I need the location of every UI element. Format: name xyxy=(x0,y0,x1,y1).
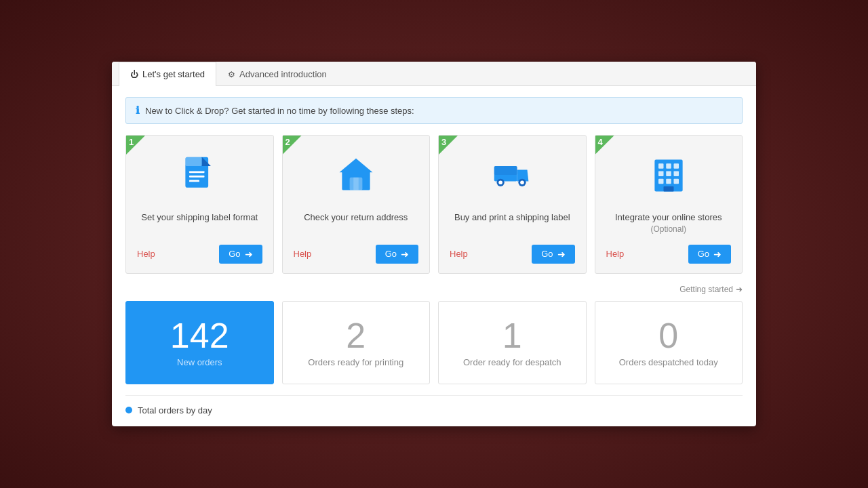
stat-despatched-today-value: 0 xyxy=(658,318,678,353)
step-1-footer: Help Go ➜ xyxy=(137,245,262,264)
stats-grid: 142 New orders 2 Orders ready for printi… xyxy=(125,301,743,384)
truck-icon xyxy=(492,155,532,203)
step-1-help[interactable]: Help xyxy=(137,249,155,259)
getting-started-label: Getting started xyxy=(679,285,733,294)
svg-rect-15 xyxy=(494,166,517,175)
step-badge-1: 1 xyxy=(126,136,145,155)
step-card-4: 4 xyxy=(595,135,743,274)
stat-card-new-orders: 142 New orders xyxy=(125,301,274,384)
svg-rect-24 xyxy=(666,179,671,184)
step-card-3: 3 Buy and print a shipping label xyxy=(438,135,587,274)
step-4-optional: (Optional) xyxy=(615,224,722,235)
info-icon: ℹ xyxy=(136,104,140,117)
step-2-go-button[interactable]: Go ➜ xyxy=(376,245,418,264)
step-4-footer: Help Go ➜ xyxy=(606,245,732,264)
step-3-help[interactable]: Help xyxy=(450,249,468,259)
stat-ready-printing-value: 2 xyxy=(346,318,366,353)
tab-advanced-label: Advanced introduction xyxy=(239,69,327,79)
step-3-go-button[interactable]: Go ➜ xyxy=(532,245,574,264)
svg-rect-18 xyxy=(666,163,671,169)
step-4-help[interactable]: Help xyxy=(606,249,625,259)
info-banner-text: New to Click & Drop? Get started in no t… xyxy=(145,106,414,116)
svg-point-12 xyxy=(499,180,503,184)
stat-ready-despatch-value: 1 xyxy=(502,318,522,353)
step-2-title: Check your return address xyxy=(304,211,408,224)
svg-rect-4 xyxy=(189,176,205,178)
step-badge-3: 3 xyxy=(439,136,458,155)
getting-started-link[interactable]: Getting started ➜ xyxy=(679,285,743,294)
steps-grid: 1 Set your shipping label format Help xyxy=(125,135,743,274)
chart-dot xyxy=(125,407,132,413)
svg-marker-6 xyxy=(339,159,372,173)
getting-started-arrow: ➜ xyxy=(736,285,743,294)
svg-rect-3 xyxy=(189,171,205,173)
stat-new-orders-label: New orders xyxy=(177,357,222,367)
getting-started-bar: Getting started ➜ xyxy=(125,285,743,294)
step-1-go-button[interactable]: Go ➜ xyxy=(219,245,262,264)
tab-get-started[interactable]: ⏻ Let's get started xyxy=(119,62,216,86)
go-arrow-icon-4: ➜ xyxy=(713,249,722,260)
svg-rect-26 xyxy=(663,186,673,192)
building-icon xyxy=(648,155,689,203)
chart-label: Total orders by day xyxy=(138,405,212,415)
svg-point-14 xyxy=(520,180,524,184)
svg-rect-25 xyxy=(673,179,679,184)
step-4-go-button[interactable]: Go ➜ xyxy=(688,245,731,264)
svg-rect-23 xyxy=(658,179,664,184)
go-arrow-icon-2: ➜ xyxy=(401,249,409,260)
step-4-title: Integrate your online stores (Optional) xyxy=(615,211,722,235)
chart-header: Total orders by day xyxy=(125,405,743,415)
house-icon xyxy=(336,155,376,203)
power-icon: ⏻ xyxy=(130,70,138,79)
stat-ready-despatch-label: Order ready for despatch xyxy=(463,357,561,367)
svg-rect-21 xyxy=(666,171,671,176)
stat-despatched-today-label: Orders despatched today xyxy=(619,357,718,367)
gear-icon: ⚙ xyxy=(228,70,235,79)
step-badge-4: 4 xyxy=(595,136,614,155)
step-card-2: 2 Check your return address Help Go ➜ xyxy=(282,135,431,274)
stat-card-despatched-today: 0 Orders despatched today xyxy=(595,301,743,384)
svg-rect-1 xyxy=(186,157,202,166)
step-1-title: Set your shipping label format xyxy=(141,211,258,224)
stat-ready-printing-label: Orders ready for printing xyxy=(308,357,403,367)
step-badge-2: 2 xyxy=(283,136,302,155)
stat-new-orders-value: 142 xyxy=(170,318,229,353)
svg-rect-19 xyxy=(673,163,679,169)
step-2-footer: Help Go ➜ xyxy=(294,245,419,264)
tab-advanced[interactable]: ⚙ Advanced introduction xyxy=(216,62,338,86)
step-3-title: Buy and print a shipping label xyxy=(454,211,570,224)
step-card-1: 1 Set your shipping label format Help xyxy=(125,135,274,274)
step-2-help[interactable]: Help xyxy=(294,249,312,259)
svg-rect-5 xyxy=(189,180,199,182)
info-banner: ℹ New to Click & Drop? Get started in no… xyxy=(125,97,743,124)
svg-rect-22 xyxy=(673,171,679,176)
step-3-footer: Help Go ➜ xyxy=(450,245,575,264)
tab-bar: ⏻ Let's get started ⚙ Advanced introduct… xyxy=(112,62,756,86)
svg-rect-20 xyxy=(658,171,664,176)
svg-rect-9 xyxy=(353,178,359,190)
stat-card-ready-printing: 2 Orders ready for printing xyxy=(282,301,431,384)
svg-rect-17 xyxy=(658,163,664,169)
content-area: ℹ New to Click & Drop? Get started in no… xyxy=(112,86,756,426)
main-window: ⏻ Let's get started ⚙ Advanced introduct… xyxy=(112,62,756,426)
stat-card-ready-despatch: 1 Order ready for despatch xyxy=(438,301,587,384)
go-arrow-icon: ➜ xyxy=(245,249,253,260)
document-icon xyxy=(179,155,220,203)
go-arrow-icon-3: ➜ xyxy=(557,249,566,260)
chart-section: Total orders by day xyxy=(125,395,743,415)
tab-get-started-label: Let's get started xyxy=(142,69,205,79)
